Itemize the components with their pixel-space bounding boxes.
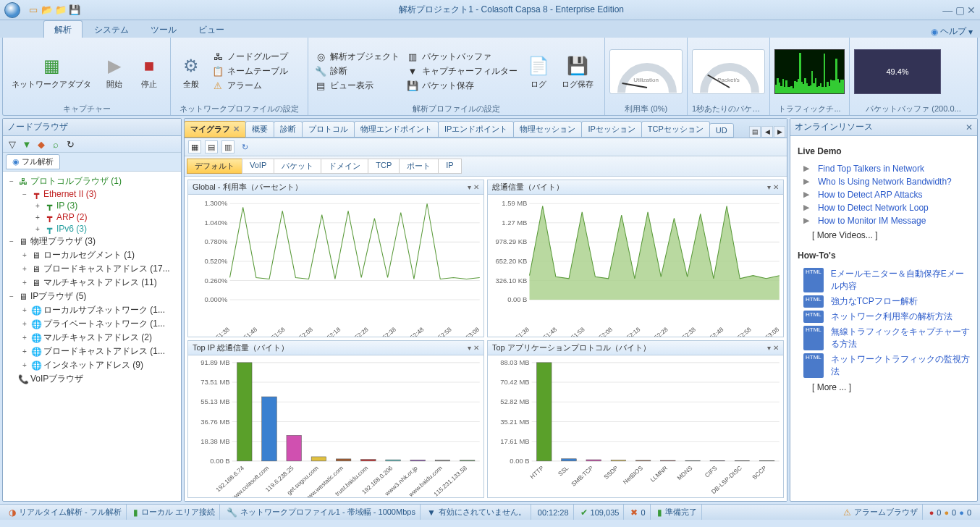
qat-save-icon[interactable]: 💾 [69,4,80,16]
close-icon[interactable]: ✕ [966,122,973,132]
qat-open-icon[interactable]: 📂 [41,4,53,16]
grid-icon[interactable]: ▤ [205,140,218,153]
view-tab[interactable]: 物理エンドポイント [354,121,439,138]
view-display-button[interactable]: ▤ビュー表示 [313,79,402,93]
refresh-icon[interactable]: ↻ [238,140,251,153]
view-tab[interactable]: IPセッション [581,121,641,138]
filter-tab[interactable]: TCP [368,159,400,174]
video-link[interactable]: ▶How to Detect ARP Attacks [798,188,970,201]
video-link[interactable]: ▶Find Top Talkers in Network [798,162,970,175]
howto-link[interactable]: HTMLEメールモニター＆自動保存Eメール内容 [798,266,970,294]
tab-tool[interactable]: ツール [140,21,187,38]
maximize-button[interactable]: ▢ [955,4,965,16]
stop-button[interactable]: ■停止 [133,53,165,90]
qat-folder-icon[interactable]: 📁 [55,4,67,16]
filter-tab[interactable]: デフォルト [187,159,242,174]
chart-close-icon[interactable]: ✕ [473,344,479,352]
tree-item[interactable]: +🌐ブロードキャストアドレス (1... [4,345,179,358]
general-button[interactable]: ⚙全般 [175,53,207,90]
tree-item[interactable]: +┳IP (3) [4,200,179,211]
view-tab[interactable]: 概要 [245,121,274,138]
filter2-icon[interactable]: ▼ [21,138,33,150]
chart-menu-icon[interactable]: ▾ [767,344,771,352]
tree-item[interactable]: 📞VoIPブラウザ [4,372,179,386]
tab-analysis[interactable]: 解析 [43,20,83,38]
view-tab[interactable]: 物理セッション [513,121,582,138]
video-link[interactable]: ▶How to Detect Network Loop [798,201,970,214]
howto-link[interactable]: HTML強力なTCPフロー解析 [798,294,970,309]
chart-close-icon[interactable]: ✕ [473,183,479,191]
refresh-icon[interactable]: ↻ [64,138,76,150]
howtos-heading: How-To's [798,250,970,261]
tree-item[interactable]: +┳IPv6 (3) [4,223,179,235]
view-tab[interactable]: マイグラフ✕ [185,121,246,138]
filter-tab[interactable]: IP [438,159,461,174]
tab-system[interactable]: システム [84,21,139,38]
more-link[interactable]: [ More ... ] [798,379,970,398]
tree-item[interactable]: +🖥ブロードキャストアドレス (17... [4,262,179,276]
add-chart-icon[interactable]: ▦ [188,140,201,153]
svg-text:SMB:TCP: SMB:TCP [570,464,595,488]
chart-utilization: Global - 利用率（パーセント）▾✕ 0.000%0.260%0.520%… [187,180,484,337]
analysis-object-button[interactable]: ◎解析オブジェクト [313,50,402,64]
log-button[interactable]: 📄ログ [523,53,554,90]
start-button[interactable]: ▶開始 [98,53,130,90]
tree-item[interactable]: +🌐プライベートネットワーク (1... [4,317,179,331]
minimize-button[interactable]: — [942,4,952,16]
filter-tab[interactable]: ドメイン [321,159,368,174]
tab-menu-icon[interactable]: ▤ [749,126,761,138]
capture-filter-button[interactable]: ▼キャプチャーフィルター [405,64,520,78]
tree-item[interactable]: +🌐ローカルサブネットワーク (1... [4,303,179,317]
chart-menu-icon[interactable]: ▾ [468,344,471,352]
chart-menu-icon[interactable]: ▾ [468,183,471,191]
name-table-button[interactable]: 📋ネームテーブル [210,64,290,78]
video-link[interactable]: ▶How to Monitor IM Message [798,214,970,227]
tree-item[interactable]: +🖥ローカルセグメント (1) [4,248,179,262]
chart-close-icon[interactable]: ✕ [773,344,779,352]
adapter-button[interactable]: ▦ネットワークアダプタ [7,53,96,90]
chart-menu-icon[interactable]: ▾ [767,183,771,191]
tree-item[interactable]: −🖧プロトコルブラウザ (1) [4,174,179,188]
howto-link[interactable]: HTMLネットワークトラフィックの監視方法 [798,352,970,379]
group-network-label: ネットワークプロファイルの設定 [175,103,303,114]
tab-left-icon[interactable]: ◀ [761,126,773,138]
chart-close-icon[interactable]: ✕ [773,183,779,191]
help-link[interactable]: ◉ヘルプ▾ [931,25,973,38]
full-analysis-tab[interactable]: ◉ フル解析 [6,154,60,169]
close-button[interactable]: ✕ [967,4,976,16]
filter-icon[interactable]: ▽ [7,138,18,150]
more-videos-link[interactable]: [ More Videos... ] [798,227,970,246]
packet-buffer-button[interactable]: ▥パケットバッファ [405,50,520,64]
tree-item[interactable]: +┳ARP (2) [4,211,179,223]
tree-item[interactable]: +🖥マルチキャストアドレス (11) [4,276,179,290]
node-group-button[interactable]: 🖧ノードグループ [210,50,290,64]
view-tab[interactable]: 診断 [274,121,303,138]
find-icon[interactable]: ⌕ [50,138,62,150]
tab-view[interactable]: ビュー [188,21,235,38]
diagnose-button[interactable]: 🔧診断 [313,64,402,78]
howto-link[interactable]: HTMLネットワーク利用率の解析方法 [798,309,970,324]
view-tab[interactable]: プロトコル [302,121,355,138]
tree-item[interactable]: −┳Ethernet II (3) [4,188,179,200]
filter-tab[interactable]: パケット [274,159,321,174]
view-tab[interactable]: TCPセッション [641,121,710,138]
filter-tab[interactable]: ポート [399,159,439,174]
tree-item[interactable]: −🖥IPブラウザ (5) [4,290,179,303]
howto-link[interactable]: HTML無線トラフィックをキャプチャーする方法 [798,324,970,352]
add-icon[interactable]: ◆ [35,138,47,150]
tab-right-icon[interactable]: ▶ [774,126,785,138]
view-tab[interactable]: UD [709,123,734,138]
tree-item[interactable]: +🌐マルチキャストアドレス (2) [4,331,179,345]
node-tree[interactable]: −🖧プロトコルブラウザ (1)−┳Ethernet II (3)+┳IP (3)… [3,172,181,501]
svg-text:35.21 MB: 35.21 MB [500,418,529,426]
video-link[interactable]: ▶Who Is Using Network Bandwidth? [798,175,970,188]
tree-item[interactable]: +🌐インタネットアドレス (9) [4,358,179,372]
filter-tab[interactable]: VoIP [242,159,274,174]
qat-new-icon[interactable]: ▭ [28,4,39,16]
delete-chart-icon[interactable]: ▥ [221,140,235,153]
view-tab[interactable]: IPエンドポイント [438,121,514,138]
tree-item[interactable]: −🖥物理ブラウザ (3) [4,235,179,248]
alarm-button[interactable]: ⚠アラーム [210,79,290,93]
save-packet-button[interactable]: 💾パケット保存 [405,79,520,93]
log-save-button[interactable]: 💾ログ保存 [557,53,598,90]
